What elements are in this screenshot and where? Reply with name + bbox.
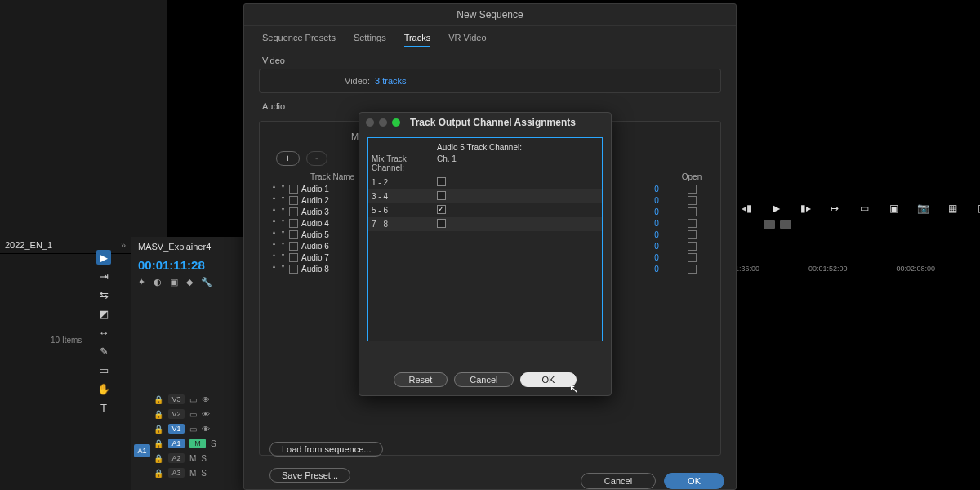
ripple-edit-tool-icon[interactable]: ⇆ xyxy=(96,287,111,302)
lock-icon[interactable]: 🔒 xyxy=(154,410,163,419)
lock-icon[interactable]: 🔒 xyxy=(154,469,163,478)
track-checkbox[interactable] xyxy=(289,185,298,194)
chevron-down-icon[interactable]: ˅ xyxy=(278,230,287,239)
step-back-icon[interactable]: ◂▮ xyxy=(739,203,754,214)
chevron-down-icon[interactable]: ˅ xyxy=(278,253,287,262)
next-edit-icon[interactable]: ↦ xyxy=(827,203,842,214)
chevron-down-icon[interactable]: ˅ xyxy=(278,265,287,274)
pen-tool-icon[interactable]: ✎ xyxy=(96,344,111,359)
step-forward-icon[interactable]: ▮▸ xyxy=(798,203,813,214)
track-checkbox[interactable] xyxy=(289,253,298,262)
track-checkbox[interactable] xyxy=(289,196,298,205)
pan-value[interactable]: 0 xyxy=(640,253,673,262)
track-header-v1[interactable]: 🔒V1▭👁 xyxy=(131,421,245,436)
open-checkbox[interactable] xyxy=(688,219,697,228)
pan-value[interactable]: 0 xyxy=(640,207,673,216)
open-checkbox[interactable] xyxy=(688,242,697,251)
lock-icon[interactable]: 🔒 xyxy=(154,439,163,448)
wrench-icon[interactable]: 🔧 xyxy=(201,277,212,287)
pan-value[interactable]: 0 xyxy=(640,265,673,274)
selection-tool-icon[interactable]: ▶ xyxy=(96,250,111,265)
sync-lock-icon[interactable]: ▭ xyxy=(189,410,197,419)
insert-icon[interactable]: ▣ xyxy=(170,277,178,287)
track-header-a3[interactable]: 🔒A3MS xyxy=(131,466,245,480)
track-header-a2[interactable]: 🔒A2MS xyxy=(131,451,245,466)
export-frame-icon[interactable]: 📷 xyxy=(915,203,930,214)
rectangle-tool-icon[interactable]: ▭ xyxy=(96,363,111,377)
save-preset-button[interactable]: Save Preset... xyxy=(270,468,350,483)
assignment-checkbox[interactable] xyxy=(437,219,446,228)
track-header-v2[interactable]: 🔒V2▭👁 xyxy=(131,407,245,421)
toggle-1-icon[interactable] xyxy=(764,220,775,229)
track-header-v3[interactable]: 🔒V3▭👁 xyxy=(131,392,245,407)
play-icon[interactable]: ▶ xyxy=(768,203,783,214)
cancel-button[interactable]: Cancel xyxy=(454,372,513,387)
chevron-down-icon[interactable]: ˅ xyxy=(278,242,287,251)
track-select-tool-icon[interactable]: ⇥ xyxy=(96,269,111,283)
chevron-up-icon[interactable]: ˄ xyxy=(270,230,278,239)
track-checkbox[interactable] xyxy=(289,242,298,251)
toggle-2-icon[interactable] xyxy=(780,220,791,229)
lock-icon[interactable]: 🔒 xyxy=(154,454,163,463)
reset-button[interactable]: Reset xyxy=(394,372,448,387)
chevron-up-icon[interactable]: ˄ xyxy=(270,207,278,216)
lock-icon[interactable]: 🔒 xyxy=(154,395,163,404)
new-sequence-ok-button[interactable]: OK xyxy=(664,473,724,489)
in-point-icon[interactable]: ◐ xyxy=(154,277,162,287)
eye-icon[interactable]: 👁 xyxy=(202,395,210,404)
open-checkbox[interactable] xyxy=(688,207,697,216)
video-tracks-value[interactable]: 3 tracks xyxy=(375,76,407,86)
extract-icon[interactable]: ▣ xyxy=(886,203,901,214)
sync-lock-icon[interactable]: ▭ xyxy=(189,395,197,404)
pan-value[interactable]: 0 xyxy=(640,230,673,239)
pan-value[interactable]: 0 xyxy=(640,196,673,205)
chevron-up-icon[interactable]: ˄ xyxy=(270,219,278,228)
track-checkbox[interactable] xyxy=(289,265,298,274)
open-checkbox[interactable] xyxy=(688,196,697,205)
timeline-ruler[interactable]: 1:36:00 00:01:52:00 00:02:08:00 00:02:24… xyxy=(735,265,980,273)
open-checkbox[interactable] xyxy=(688,185,697,194)
open-checkbox[interactable] xyxy=(688,253,697,262)
new-sequence-cancel-button[interactable]: Cancel xyxy=(581,473,656,489)
track-checkbox[interactable] xyxy=(289,219,298,228)
ok-button[interactable]: OK xyxy=(520,372,577,387)
overflow-icon[interactable]: ◳ xyxy=(974,203,980,214)
load-from-sequence-button[interactable]: Load from sequence... xyxy=(270,442,383,457)
assignment-checkbox[interactable] xyxy=(437,191,446,200)
marker-icon[interactable]: ✦ xyxy=(138,277,145,287)
source-timecode[interactable]: 00:01:11:28 xyxy=(131,256,245,277)
button-editor-icon[interactable]: ▦ xyxy=(945,203,960,214)
track-checkbox[interactable] xyxy=(289,207,298,216)
open-checkbox[interactable] xyxy=(688,230,697,239)
close-traffic-icon[interactable] xyxy=(366,118,374,127)
pan-value[interactable]: 0 xyxy=(640,242,673,251)
tab-tracks[interactable]: Tracks xyxy=(404,33,431,47)
zoom-traffic-icon[interactable] xyxy=(392,118,400,127)
chevron-up-icon[interactable]: ˄ xyxy=(270,185,278,194)
overwrite-icon[interactable]: ◆ xyxy=(186,277,193,287)
chevron-up-icon[interactable]: ˄ xyxy=(270,265,278,274)
eye-icon[interactable]: 👁 xyxy=(202,410,210,419)
chevron-up-icon[interactable]: ˄ xyxy=(270,196,278,205)
pan-value[interactable]: 0 xyxy=(640,219,673,228)
chevron-up-icon[interactable]: ˄ xyxy=(270,253,278,262)
slip-tool-icon[interactable]: ↔ xyxy=(96,325,111,340)
add-track-button[interactable]: + xyxy=(276,151,300,166)
razor-tool-icon[interactable]: ◩ xyxy=(96,306,111,321)
chevron-down-icon[interactable]: ˅ xyxy=(278,196,287,205)
hand-tool-icon[interactable]: ✋ xyxy=(96,381,111,396)
assignment-checkbox[interactable] xyxy=(437,177,446,186)
assignment-checkbox[interactable] xyxy=(437,205,446,214)
track-header-a1[interactable]: 🔒A1MS xyxy=(131,436,245,451)
pan-value[interactable]: 0 xyxy=(640,185,673,194)
eye-icon[interactable]: 👁 xyxy=(202,425,210,434)
tab-settings[interactable]: Settings xyxy=(354,33,386,47)
chevron-up-icon[interactable]: ˄ xyxy=(270,242,278,251)
lock-icon[interactable]: 🔒 xyxy=(154,425,163,434)
chevron-down-icon[interactable]: ˅ xyxy=(278,207,287,216)
chevron-down-icon[interactable]: ˅ xyxy=(278,185,287,194)
tab-vr-video[interactable]: VR Video xyxy=(448,33,486,47)
track-checkbox[interactable] xyxy=(289,230,298,239)
open-checkbox[interactable] xyxy=(688,265,697,274)
sync-lock-icon[interactable]: ▭ xyxy=(189,425,197,434)
